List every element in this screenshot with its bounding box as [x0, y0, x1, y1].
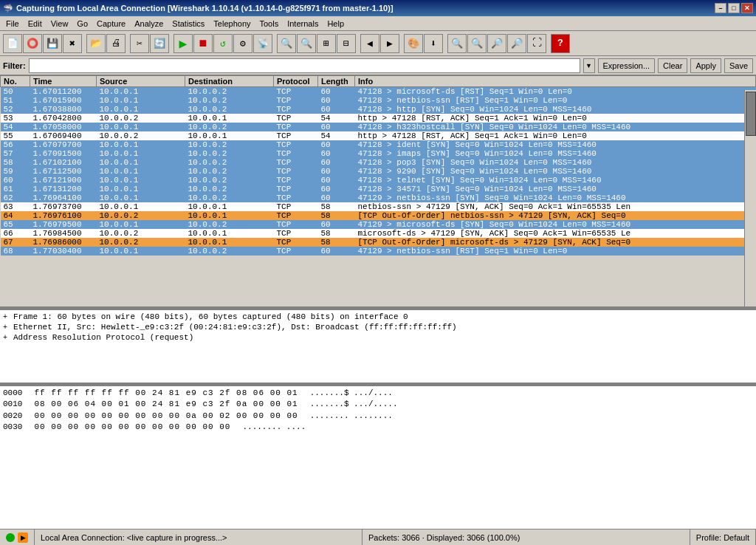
- toolbar-colorize[interactable]: 🎨: [404, 34, 423, 53]
- table-row[interactable]: 651.7697950010.0.0.110.0.0.2TCP6047129 >…: [1, 220, 756, 229]
- toolbar-find-btn[interactable]: ✂: [130, 34, 149, 53]
- toolbar-zoom-reset[interactable]: ⊟: [337, 34, 356, 53]
- vertical-scrollbar[interactable]: [744, 90, 756, 306]
- toolbar-zoom-out2[interactable]: 🔍: [467, 34, 487, 53]
- detail-text: Address Resolution Protocol (request): [13, 333, 193, 342]
- packet-list-body: 501.6701120010.0.0.110.0.0.2TCP6047128 >…: [1, 87, 756, 256]
- table-row[interactable]: 591.6711250010.0.0.110.0.0.2TCP6047128 >…: [1, 167, 756, 176]
- toolbar-reload-btn[interactable]: 📂: [86, 34, 106, 53]
- filter-input[interactable]: [29, 58, 580, 73]
- col-dest[interactable]: Destination: [185, 76, 274, 87]
- status-profile: Profile: Default: [690, 529, 756, 545]
- toolbar-capture-restart[interactable]: ↺: [213, 34, 233, 53]
- menu-item-file[interactable]: File: [1, 18, 24, 30]
- table-row[interactable]: 601.6712190010.0.0.110.0.0.2TCP6047128 >…: [1, 176, 756, 185]
- packet-details-panel: +Frame 1: 60 bytes on wire (480 bits), 6…: [0, 310, 756, 384]
- col-info[interactable]: Info: [355, 76, 756, 87]
- detail-row[interactable]: +Address Resolution Protocol (request): [1, 332, 755, 343]
- detail-items: +Frame 1: 60 bytes on wire (480 bits), 6…: [1, 312, 755, 343]
- clear-button[interactable]: Clear: [658, 58, 687, 73]
- table-row[interactable]: 641.7697610010.0.0.210.0.0.1TCP58[TCP Ou…: [1, 211, 756, 220]
- toolbar-open-btn[interactable]: ⭕: [23, 34, 42, 53]
- menu-item-capture[interactable]: Capture: [92, 18, 130, 30]
- bytes-hex: 00 00 00 00 00 00 00 00 00 0a 00 02 00 0…: [34, 411, 298, 422]
- status-connection: Local Area Connection: <live capture in …: [35, 529, 362, 545]
- toolbar-zoom-in[interactable]: 🔍: [277, 34, 296, 53]
- maximize-button[interactable]: □: [728, 3, 740, 13]
- table-row[interactable]: 511.6701590010.0.0.110.0.0.2TCP6047128 >…: [1, 96, 756, 105]
- toolbar-forward[interactable]: ▶: [380, 34, 399, 53]
- expression-button[interactable]: Expression...: [598, 58, 656, 73]
- toolbar-close-btn[interactable]: ✖: [63, 34, 82, 53]
- toolbar-capture-options[interactable]: ⚙: [233, 34, 252, 53]
- toolbar-fullscreen[interactable]: ⛶: [527, 34, 546, 53]
- table-row[interactable]: 571.6709150010.0.0.110.0.0.2TCP6047128 >…: [1, 149, 756, 158]
- toolbar-back[interactable]: ◀: [360, 34, 379, 53]
- toolbar-capture-iface[interactable]: 📡: [253, 34, 272, 53]
- menu-item-tools[interactable]: Tools: [255, 18, 284, 30]
- table-row[interactable]: 561.6707970010.0.0.110.0.0.2TCP6047128 >…: [1, 140, 756, 149]
- detail-row[interactable]: +Ethernet II, Src: Hewlett-_e9:c3:2f (00…: [1, 322, 755, 332]
- menu-item-edit[interactable]: Edit: [24, 18, 47, 30]
- toolbar-go-btn[interactable]: 🔄: [150, 34, 169, 53]
- table-row[interactable]: 631.7697370010.0.0.110.0.0.1TCP58netbios…: [1, 202, 756, 211]
- table-row[interactable]: 501.6701120010.0.0.110.0.0.2TCP6047128 >…: [1, 87, 756, 97]
- close-button[interactable]: ✕: [741, 3, 753, 13]
- table-row[interactable]: 671.7698600010.0.0.210.0.0.1TCP58[TCP Ou…: [1, 238, 756, 247]
- bytes-content: 0000ff ff ff ff ff ff 00 24 81 e9 c3 2f …: [3, 388, 753, 433]
- bytes-offset: 0010: [3, 399, 22, 410]
- table-row[interactable]: 681.7703040010.0.0.110.0.0.2TCP6047129 >…: [1, 247, 756, 256]
- toolbar-new-btn[interactable]: 📄: [3, 34, 22, 53]
- toolbar-zoom-in2[interactable]: 🔍: [447, 34, 467, 53]
- table-row[interactable]: 521.6703880010.0.0.110.0.0.2TCP6047128 >…: [1, 105, 756, 114]
- table-row[interactable]: 661.7698450010.0.0.210.0.0.1TCP58microso…: [1, 229, 756, 238]
- col-time[interactable]: Time: [30, 76, 97, 87]
- expand-icon: +: [3, 313, 10, 321]
- minimize-button[interactable]: –: [715, 3, 726, 13]
- status-icons: ▶: [0, 529, 35, 545]
- menu-item-go[interactable]: Go: [72, 18, 92, 30]
- menu-item-internals[interactable]: Internals: [283, 18, 323, 30]
- col-proto[interactable]: Protocol: [274, 76, 318, 87]
- toolbar-help[interactable]: ?: [551, 34, 570, 53]
- toolbar-zoom-next[interactable]: 🔎: [507, 34, 526, 53]
- col-len[interactable]: Length: [318, 76, 355, 87]
- expand-icon: +: [3, 323, 10, 332]
- detail-row[interactable]: +Frame 1: 60 bytes on wire (480 bits), 6…: [1, 312, 755, 322]
- bytes-ascii: .......$ .../....: [310, 388, 393, 399]
- menu-item-analyze[interactable]: Analyze: [130, 18, 168, 30]
- titlebar-controls: – □ ✕: [715, 3, 753, 13]
- toolbar: 📄 ⭕ 💾 ✖ 📂 🖨 ✂ 🔄 ▶ ■ ↺ ⚙ 📡 🔍 🔍 ⊞ ⊟ ◀ ▶ 🎨 …: [0, 31, 756, 56]
- table-row[interactable]: 551.6706940010.0.0.210.0.0.1TCP54http > …: [1, 131, 756, 140]
- statusbar: ▶ Local Area Connection: <live capture i…: [0, 529, 756, 545]
- bytes-offset: 0030: [3, 422, 22, 433]
- toolbar-zoom-prev[interactable]: 🔎: [487, 34, 506, 53]
- table-row[interactable]: 581.6710210010.0.0.110.0.0.2TCP6047128 >…: [1, 158, 756, 167]
- table-row[interactable]: 541.6705800010.0.0.110.0.0.2TCP6047128 >…: [1, 123, 756, 131]
- table-row[interactable]: 621.7696410010.0.0.110.0.0.2TCP6047129 >…: [1, 193, 756, 202]
- table-row[interactable]: 531.6704280010.0.0.210.0.0.1TCP54http > …: [1, 114, 756, 123]
- menu-item-view[interactable]: View: [47, 18, 73, 30]
- scrollbar-thumb[interactable]: [746, 92, 756, 136]
- toolbar-capture-start[interactable]: ▶: [173, 34, 193, 53]
- apply-button[interactable]: Apply: [690, 58, 721, 73]
- table-row[interactable]: 611.6713120010.0.0.110.0.0.2TCP6047128 >…: [1, 185, 756, 193]
- toolbar-zoom-out[interactable]: 🔍: [297, 34, 316, 53]
- detail-text: Frame 1: 60 bytes on wire (480 bits), 60…: [13, 312, 408, 321]
- packet-list-panel: No. Time Source Destination Protocol Len…: [0, 75, 756, 308]
- save-button[interactable]: Save: [724, 58, 753, 73]
- toolbar-zoom-fit[interactable]: ⊞: [317, 34, 336, 53]
- col-no[interactable]: No.: [1, 76, 30, 87]
- menu-item-statistics[interactable]: Statistics: [168, 18, 209, 30]
- menu-item-telephony[interactable]: Telephony: [209, 18, 255, 30]
- status-green-dot: [6, 533, 15, 542]
- bytes-offset: 0000: [3, 388, 22, 399]
- bytes-hex: ff ff ff ff ff ff 00 24 81 e9 c3 2f 08 0…: [34, 388, 298, 399]
- col-source[interactable]: Source: [97, 76, 185, 87]
- menu-item-help[interactable]: Help: [323, 18, 348, 30]
- toolbar-save-btn[interactable]: 💾: [43, 34, 62, 53]
- toolbar-print-btn[interactable]: 🖨: [106, 34, 126, 53]
- toolbar-autoscroll[interactable]: ⬇: [424, 34, 443, 53]
- toolbar-capture-stop[interactable]: ■: [193, 34, 213, 53]
- filter-dropdown-btn[interactable]: ▼: [583, 58, 595, 73]
